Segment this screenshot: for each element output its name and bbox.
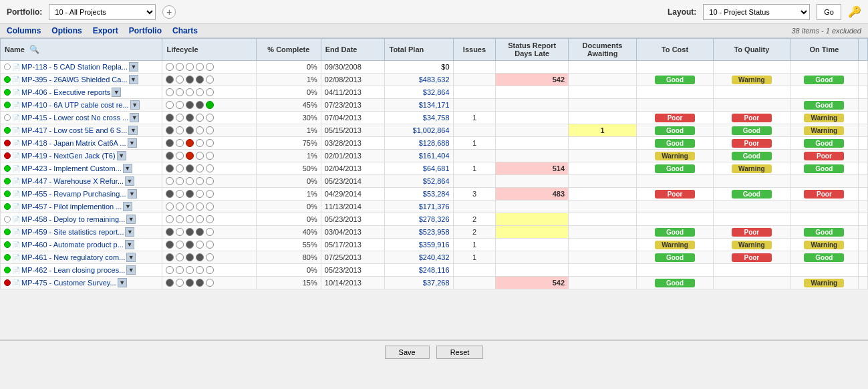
on-time-cell: Poor bbox=[790, 188, 858, 201]
project-link[interactable]: MP-410 - 6A UTP cable cost re... bbox=[21, 101, 129, 109]
save-button[interactable]: Save bbox=[385, 346, 430, 359]
lc-step bbox=[206, 126, 214, 134]
dropdown-arrow[interactable]: ▼ bbox=[117, 151, 126, 160]
pct-complete-cell: 50% bbox=[256, 162, 321, 175]
lifecycle-cell bbox=[162, 213, 256, 226]
dropdown-arrow[interactable]: ▼ bbox=[129, 62, 138, 72]
dropdown-arrow[interactable]: ▼ bbox=[125, 240, 134, 249]
project-link[interactable]: MP-419 - NextGen Jack (T6) bbox=[21, 152, 116, 160]
columns-menu[interactable]: Columns bbox=[7, 26, 41, 35]
pct-complete-cell: 0% bbox=[256, 61, 321, 74]
key-icon[interactable]: 🔑 bbox=[848, 5, 861, 19]
dropdown-arrow[interactable]: ▼ bbox=[128, 189, 137, 199]
project-link[interactable]: MP-455 - Revamp Purchasing... bbox=[21, 190, 126, 198]
dropdown-arrow[interactable]: ▼ bbox=[128, 126, 138, 135]
project-link[interactable]: MP-417 - Low cost 5E and 6 S... bbox=[21, 126, 127, 134]
project-link[interactable]: MP-461 - New regulatory com... bbox=[21, 253, 125, 261]
docs-cell bbox=[569, 201, 637, 213]
lc-step bbox=[186, 164, 194, 172]
lc-step bbox=[196, 139, 204, 147]
quality-badge: Warning bbox=[732, 164, 772, 173]
project-link[interactable]: MP-460 - Automate product p... bbox=[21, 241, 124, 249]
project-link[interactable]: MP-418 - Japan Matrix Cat6A ... bbox=[21, 139, 126, 147]
dropdown-arrow[interactable]: ▼ bbox=[130, 113, 139, 122]
ontime-badge: Good bbox=[804, 101, 844, 110]
dropdown-arrow[interactable]: ▼ bbox=[126, 265, 136, 275]
docs-cell bbox=[569, 264, 637, 277]
lc-step bbox=[186, 279, 194, 287]
to-quality-cell: Good bbox=[713, 188, 790, 201]
lc-step bbox=[206, 114, 214, 122]
lc-step bbox=[186, 241, 194, 249]
project-link[interactable]: MP-423 - Implement Custom... bbox=[21, 164, 122, 172]
name-filter-icon[interactable]: 🔍 bbox=[29, 45, 39, 54]
project-link[interactable]: MP-462 - Lean closing proces... bbox=[21, 266, 125, 274]
quality-badge: Good bbox=[732, 152, 772, 160]
to-cost-cell: Poor bbox=[637, 188, 714, 201]
lc-step bbox=[166, 164, 174, 172]
project-link[interactable]: MP-447 - Warehouse X Refur... bbox=[21, 177, 124, 185]
portfolio-select[interactable]: 10 - All Projects bbox=[49, 4, 156, 20]
row-spacer bbox=[859, 150, 868, 162]
pct-complete-cell: 15% bbox=[256, 277, 321, 289]
header-pct: % Complete bbox=[256, 39, 321, 61]
dropdown-arrow[interactable]: ▼ bbox=[112, 88, 121, 97]
project-link[interactable]: MP-458 - Deploy to remaining... bbox=[21, 215, 125, 223]
dropdown-arrow[interactable]: ▼ bbox=[123, 164, 132, 173]
dropdown-arrow[interactable]: ▼ bbox=[128, 138, 137, 148]
to-quality-cell: Good bbox=[713, 124, 790, 137]
lc-step bbox=[166, 203, 174, 211]
to-quality-cell bbox=[713, 86, 790, 99]
dropdown-arrow[interactable]: ▼ bbox=[118, 278, 127, 287]
table-container[interactable]: Name 🔍 Lifecycle % Complete End Date Tot… bbox=[0, 38, 868, 340]
lc-step bbox=[166, 253, 174, 261]
add-portfolio-button[interactable]: + bbox=[162, 5, 176, 19]
total-plan-cell: $359,916 bbox=[385, 239, 453, 251]
lc-step bbox=[196, 241, 204, 249]
project-link[interactable]: MP-457 - Pilot implemention ... bbox=[21, 203, 122, 211]
header-cost: To Cost bbox=[637, 39, 714, 61]
to-cost-cell bbox=[637, 213, 714, 226]
ontime-badge: Poor bbox=[804, 152, 844, 160]
total-plan-cell: $53,284 bbox=[385, 188, 453, 201]
reset-button[interactable]: Reset bbox=[436, 346, 484, 359]
to-cost-cell bbox=[637, 175, 714, 188]
options-menu[interactable]: Options bbox=[51, 26, 82, 35]
dropdown-arrow[interactable]: ▼ bbox=[126, 215, 136, 224]
portfolio-menu[interactable]: Portfolio bbox=[129, 26, 162, 35]
to-quality-cell: Good bbox=[713, 150, 790, 162]
dropdown-arrow[interactable]: ▼ bbox=[125, 227, 134, 237]
lc-step bbox=[196, 114, 204, 122]
charts-menu[interactable]: Charts bbox=[172, 26, 198, 35]
project-link[interactable]: MP-395 - 26AWG Shielded Ca... bbox=[21, 76, 128, 84]
go-button[interactable]: Go bbox=[817, 4, 841, 20]
lc-step bbox=[176, 279, 184, 287]
end-date-cell: 11/13/2014 bbox=[321, 201, 385, 213]
to-quality-cell bbox=[713, 201, 790, 213]
table-row: 📄 MP-455 - Revamp Purchasing... ▼ 1%04/2… bbox=[1, 188, 868, 201]
project-link[interactable]: MP-118 - 5 CAD Station Repla... bbox=[21, 63, 128, 71]
days-late-cell bbox=[496, 226, 569, 239]
dropdown-arrow[interactable]: ▼ bbox=[123, 202, 132, 211]
lc-step bbox=[206, 266, 214, 274]
export-menu[interactable]: Export bbox=[93, 26, 118, 35]
on-time-cell: Good bbox=[790, 226, 858, 239]
project-name-cell: 📄 MP-459 - Site statistics report... ▼ bbox=[1, 226, 162, 239]
dropdown-arrow[interactable]: ▼ bbox=[130, 100, 140, 110]
dropdown-arrow[interactable]: ▼ bbox=[126, 253, 136, 262]
file-icon: 📄 bbox=[12, 267, 20, 274]
menu-bar: Columns Options Export Portfolio Charts … bbox=[0, 24, 868, 38]
layout-select[interactable]: 10 - Project Status bbox=[703, 4, 810, 20]
project-link[interactable]: MP-415 - Lower cost No cross ... bbox=[21, 114, 128, 122]
project-link[interactable]: MP-459 - Site statistics report... bbox=[21, 228, 124, 236]
table-row: 📄 MP-423 - Implement Custom... ▼ 50%02/0… bbox=[1, 162, 868, 175]
lc-step bbox=[166, 101, 174, 109]
project-link[interactable]: MP-475 - Customer Survey... bbox=[21, 279, 116, 287]
lc-step bbox=[176, 266, 184, 274]
project-link[interactable]: MP-406 - Executive reports bbox=[21, 88, 110, 96]
lc-step bbox=[166, 228, 174, 236]
on-time-cell bbox=[790, 264, 858, 277]
row-spacer bbox=[859, 86, 868, 99]
dropdown-arrow[interactable]: ▼ bbox=[125, 176, 134, 186]
dropdown-arrow[interactable]: ▼ bbox=[129, 75, 138, 84]
